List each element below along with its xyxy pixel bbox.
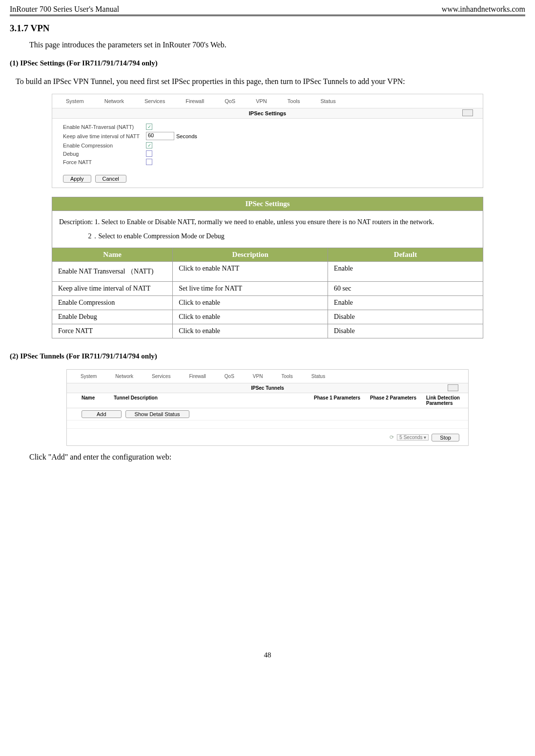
tab-vpn[interactable]: VPN bbox=[254, 97, 269, 105]
collapse-icon[interactable] bbox=[448, 384, 458, 391]
desc-line-1: 1. Select to Enable or Disable NATT, nor… bbox=[95, 218, 434, 226]
tab-system[interactable]: System bbox=[79, 373, 99, 380]
ipsec-tunnels-screenshot: System Network Services Firewall QoS VPN… bbox=[66, 369, 469, 446]
row-keepalive: Keep alive time interval of NATT 60 Seco… bbox=[63, 132, 472, 140]
subsection-2-heading: (2) IPSec Tunnels (For IR711/791/714/794… bbox=[10, 348, 535, 364]
table-description: Description: 1. Select to Enable or Disa… bbox=[52, 211, 483, 248]
table-row: Force NATT Click to enable Disable bbox=[52, 324, 483, 338]
col-description: Description bbox=[173, 248, 328, 261]
th-phase1: Phase 1 Parameters bbox=[311, 393, 367, 408]
nav-tabs-2: System Network Services Firewall QoS VPN… bbox=[67, 370, 468, 383]
add-button[interactable]: Add bbox=[82, 410, 122, 418]
click-add-text: Click "Add" and enter the configuration … bbox=[0, 449, 535, 465]
show-detail-button[interactable]: Show Detail Status bbox=[125, 410, 189, 418]
subsection-2-title: IPSec Tunnels (For IR711/791/714/794 onl… bbox=[20, 352, 157, 360]
panel-title-text: IPSec Settings bbox=[249, 110, 286, 116]
section-name: VPN bbox=[30, 23, 49, 33]
table-row: Enable NAT Transversal （NATT) Click to e… bbox=[52, 261, 483, 281]
row-natt: Enable NAT-Traversal (NATT) bbox=[63, 124, 472, 130]
checkbox-force-natt[interactable] bbox=[146, 159, 152, 165]
label-keepalive: Keep alive time interval of NATT bbox=[63, 133, 146, 139]
ipsec-settings-screenshot: System Network Services Firewall QoS VPN… bbox=[52, 94, 483, 188]
tab-tools[interactable]: Tools bbox=[279, 373, 294, 380]
tab-services[interactable]: Services bbox=[143, 97, 167, 105]
cell-name: Enable Compression bbox=[52, 295, 173, 310]
subsection-1-title: IPSec Settings (For IR711/791/714/794 on… bbox=[20, 59, 157, 67]
header-divider bbox=[10, 15, 525, 16]
table-row: Enable Debug Click to enable Disable bbox=[52, 310, 483, 324]
tab-firewall[interactable]: Firewall bbox=[187, 373, 207, 380]
input-keepalive[interactable]: 60 bbox=[146, 132, 174, 140]
subsection-1-text: To build an IPSec VPN Tunnel, you need f… bbox=[0, 71, 535, 91]
tab-network[interactable]: Network bbox=[113, 373, 135, 380]
label-force-natt: Force NATT bbox=[63, 159, 146, 165]
label-debug: Debug bbox=[63, 151, 146, 157]
cell-default: 60 sec bbox=[328, 281, 483, 295]
tab-status[interactable]: Status bbox=[318, 97, 337, 105]
page-number: 48 bbox=[0, 465, 535, 659]
label-seconds: Seconds bbox=[176, 133, 197, 139]
ipsec-settings-table: IPSec Settings Description: 1. Select to… bbox=[52, 197, 483, 338]
panel2-title: IPSec Tunnels bbox=[67, 383, 468, 393]
th-phase2: Phase 2 Parameters bbox=[367, 393, 423, 408]
cell-default: Disable bbox=[328, 324, 483, 338]
tab-firewall[interactable]: Firewall bbox=[184, 97, 206, 105]
th-tunnel-description: Tunnel Description bbox=[111, 393, 311, 408]
apply-button[interactable]: Apply bbox=[63, 175, 91, 183]
section-number: 3.1.7 bbox=[10, 23, 28, 33]
table-header: IPSec Settings bbox=[52, 197, 483, 211]
row-compression: Enable Compression bbox=[63, 142, 472, 148]
tab-services[interactable]: Services bbox=[150, 373, 172, 380]
subsection-2-number: (2) bbox=[10, 352, 19, 360]
checkbox-debug[interactable] bbox=[146, 150, 152, 157]
row-debug: Debug bbox=[63, 150, 472, 157]
cell-default: Enable bbox=[328, 261, 483, 281]
stop-button[interactable]: Stop bbox=[432, 434, 459, 441]
th-link-detection: Link Detection Parameters bbox=[423, 393, 468, 408]
cell-desc: Set live time for NATT bbox=[173, 281, 328, 295]
cell-name: Keep alive time interval of NATT bbox=[52, 281, 173, 295]
row-force-natt: Force NATT bbox=[63, 159, 472, 165]
footer-controls: ⟳ 5 Seconds ▾ Stop bbox=[67, 428, 468, 445]
panel-title: IPSec Settings bbox=[52, 108, 483, 119]
interval-select[interactable]: 5 Seconds ▾ bbox=[397, 434, 429, 441]
cell-name: Force NATT bbox=[52, 324, 173, 338]
desc-line-2: 2．Select to enable Compression Mode or D… bbox=[88, 232, 225, 240]
tab-status[interactable]: Status bbox=[309, 373, 327, 380]
label-natt: Enable NAT-Traversal (NATT) bbox=[63, 124, 146, 130]
section-heading: 3.1.7 VPN bbox=[0, 20, 535, 37]
tab-network[interactable]: Network bbox=[103, 97, 126, 105]
table-row: Keep alive time interval of NATT Set liv… bbox=[52, 281, 483, 295]
checkbox-compression[interactable] bbox=[146, 142, 152, 148]
refresh-icon: ⟳ bbox=[390, 434, 394, 441]
checkbox-natt[interactable] bbox=[146, 124, 152, 130]
intro-paragraph: This page introduces the parameters set … bbox=[0, 37, 535, 55]
tab-qos[interactable]: QoS bbox=[223, 373, 236, 380]
desc-label: Description: bbox=[59, 218, 93, 226]
cancel-button[interactable]: Cancel bbox=[95, 175, 126, 183]
tunnels-table-header: Name Tunnel Description Phase 1 Paramete… bbox=[67, 393, 468, 408]
tab-qos[interactable]: QoS bbox=[223, 97, 237, 105]
collapse-icon[interactable] bbox=[462, 109, 473, 116]
cell-desc: Click to enable bbox=[173, 324, 328, 338]
table-row: Enable Compression Click to enable Enabl… bbox=[52, 295, 483, 310]
cell-desc: Click to enable NATT bbox=[173, 261, 328, 281]
cell-default: Disable bbox=[328, 310, 483, 324]
site-url: www.inhandnetworks.com bbox=[442, 5, 525, 14]
nav-tabs: System Network Services Firewall QoS VPN… bbox=[52, 94, 483, 108]
cell-desc: Click to enable bbox=[173, 295, 328, 310]
interval-value: 5 Seconds bbox=[399, 435, 422, 440]
col-name: Name bbox=[52, 248, 173, 261]
subsection-1-heading: (1) IPSec Settings (For IR711/791/714/79… bbox=[10, 55, 535, 71]
cell-name: Enable Debug bbox=[52, 310, 173, 324]
tab-system[interactable]: System bbox=[64, 97, 86, 105]
panel2-title-text: IPSec Tunnels bbox=[251, 385, 284, 391]
th-name: Name bbox=[67, 393, 111, 408]
col-default: Default bbox=[328, 248, 483, 261]
cell-desc: Click to enable bbox=[173, 310, 328, 324]
manual-title: InRouter 700 Series User's Manual bbox=[10, 5, 119, 14]
cell-name: Enable NAT Transversal （NATT) bbox=[52, 261, 173, 281]
cell-default: Enable bbox=[328, 295, 483, 310]
tab-vpn[interactable]: VPN bbox=[251, 373, 265, 380]
tab-tools[interactable]: Tools bbox=[286, 97, 302, 105]
